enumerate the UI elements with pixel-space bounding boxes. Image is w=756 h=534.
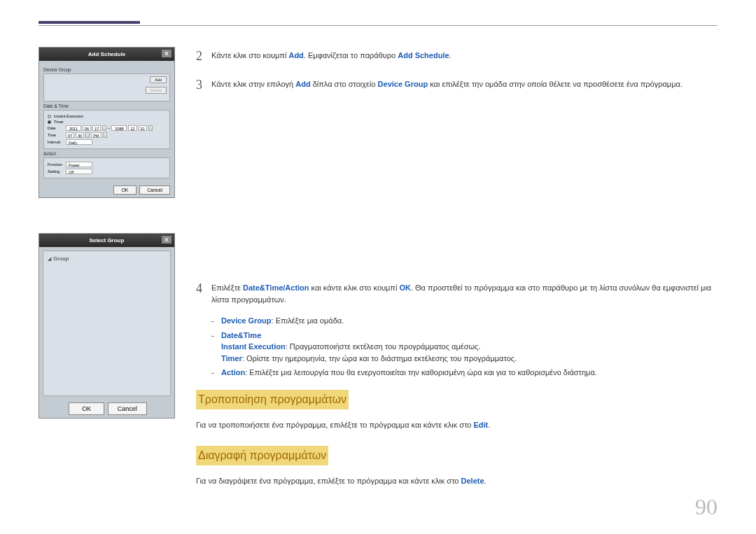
interval-select[interactable]: Daily (66, 139, 92, 145)
bullet-item: - Date&Time Instant Execution: Πραγματοπ… (211, 330, 718, 365)
time-ampm[interactable]: PM (91, 132, 101, 138)
device-group-label: Device Group (43, 67, 170, 72)
bullet-item: - Action: Επιλέξτε μια λειτουργία που θα… (211, 367, 718, 379)
ok-button[interactable]: OK (69, 402, 104, 415)
cancel-button[interactable]: Cancel (108, 402, 147, 415)
setting-label: Setting (48, 169, 64, 174)
select-group-title: Select Group (90, 237, 125, 244)
add-schedule-dialog: Add Schedule X Device Group Add Delete D… (38, 47, 175, 198)
modify-text: Για να τροποποιήσετε ένα πρόγραμμα, επιλ… (196, 419, 718, 431)
cancel-button[interactable]: Cancel (139, 185, 170, 195)
instant-execution-radio[interactable]: Instant Execution (54, 114, 83, 118)
close-icon[interactable]: X (162, 50, 172, 57)
step-4: 4 Επιλέξτε Date&Time/Action και κάντε κλ… (196, 279, 718, 305)
ok-button[interactable]: OK (113, 185, 136, 195)
page-number: 90 (695, 494, 718, 520)
interval-label: Interval (48, 140, 64, 144)
time-hour[interactable]: 07 (66, 132, 74, 138)
section-heading-modify: Τροποποίηση προγραμμάτων (196, 390, 349, 409)
device-group-box: Add Delete (43, 73, 170, 101)
dialog-title: Select Group X (39, 234, 174, 247)
timer-radio[interactable]: Timer (54, 120, 64, 124)
date-from-month[interactable]: 06 (83, 125, 91, 131)
group-tree-item[interactable]: Group (53, 255, 69, 262)
function-select[interactable]: Power (66, 162, 92, 167)
date-from-day[interactable]: 17 (92, 125, 101, 131)
action-label: Action (43, 151, 170, 156)
delete-text: Για να διαγράψετε ένα πρόγραμμα, επιλέξτ… (196, 475, 718, 487)
add-button[interactable]: Add (150, 76, 167, 83)
section-heading-delete: Διαγραφή προγραμμάτων (196, 446, 328, 465)
delete-button[interactable]: Delete (146, 87, 167, 94)
date-to-year[interactable]: 2088 (111, 125, 127, 131)
setting-select[interactable]: Off (66, 169, 92, 174)
bullet-item: - Device Group: Επιλέξτε μια ομάδα. (211, 315, 718, 327)
step-number: 2 (196, 47, 211, 66)
step-number: 3 (196, 76, 211, 94)
datetime-label: Date & Time (43, 104, 170, 108)
step-text: Κάντε κλικ στην επιλογή Add δίπλα στο στ… (211, 76, 682, 94)
add-schedule-title: Add Schedule (88, 51, 125, 57)
step-number: 4 (196, 279, 211, 305)
close-icon[interactable]: X (162, 236, 172, 244)
time-label: Time (48, 133, 64, 137)
date-to-month[interactable]: 12 (128, 125, 136, 131)
function-label: Function (48, 162, 64, 167)
select-group-dialog: Select Group X ◢Group OK Cancel (38, 233, 175, 419)
date-label: Date (48, 126, 64, 130)
step-text: Επιλέξτε Date&Time/Action και κάντε κλικ… (211, 279, 718, 305)
date-from-year[interactable]: 2011 (66, 125, 81, 131)
date-to-day[interactable]: 31 (139, 125, 147, 131)
step-2: 2 Κάντε κλικ στο κουμπί Add. Εμφανίζεται… (196, 47, 718, 66)
dialog-title: Add Schedule X (39, 48, 174, 61)
step-text: Κάντε κλικ στο κουμπί Add. Εμφανίζεται τ… (211, 47, 451, 66)
group-tree[interactable]: ◢Group (43, 251, 171, 396)
tree-arrow-icon[interactable]: ◢ (48, 256, 51, 261)
bullet-list: - Device Group: Επιλέξτε μια ομάδα. - Da… (211, 315, 718, 379)
time-minute[interactable]: 30 (76, 132, 84, 138)
datetime-box: Instant Execution Timer Date 2011 06 17 … (43, 110, 170, 149)
action-box: Function Power Setting Off (43, 157, 170, 178)
step-3: 3 Κάντε κλικ στην επιλογή Add δίπλα στο … (196, 76, 718, 94)
